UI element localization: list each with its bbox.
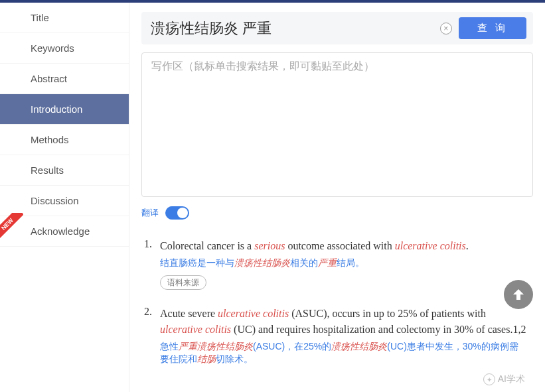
clear-icon[interactable]: ×: [440, 23, 452, 34]
arrow-up-icon: [510, 287, 526, 302]
search-row: × 查 询: [141, 12, 533, 44]
result-number: 1.: [144, 238, 160, 290]
wechat-icon: ✦: [483, 373, 495, 385]
result-item[interactable]: 1. Colorectal cancer is a serious outcom…: [144, 238, 526, 290]
write-area[interactable]: 写作区（鼠标单击搜索结果，即可黏贴至此处）: [141, 52, 533, 197]
translate-toggle[interactable]: [165, 206, 189, 220]
new-badge: NEW: [0, 213, 23, 239]
sidebar-item-abstract[interactable]: Abstract: [0, 64, 129, 94]
main-panel: × 查 询 写作区（鼠标单击搜索结果，即可黏贴至此处） 翻译 1. Colore…: [129, 3, 545, 392]
container: Title Keywords Abstract Introduction Met…: [0, 3, 545, 392]
watermark: ✦ AI学术: [483, 373, 525, 385]
result-zh: 结直肠癌是一种与溃疡性结肠炎相关的严重结局。: [160, 257, 526, 270]
sidebar-item-methods[interactable]: Methods: [0, 125, 129, 155]
translate-label: 翻译: [141, 207, 159, 219]
result-en: Colorectal cancer is a serious outcome a…: [160, 238, 526, 254]
results-list: 1. Colorectal cancer is a serious outcom…: [141, 238, 533, 366]
result-en: Acute severe ulcerative colitis (ASUC), …: [160, 306, 526, 338]
result-number: 2.: [144, 306, 160, 366]
source-button[interactable]: 语料来源: [160, 275, 206, 290]
search-input[interactable]: [148, 19, 433, 38]
sidebar-item-title[interactable]: Title: [0, 3, 129, 33]
sidebar-item-keywords[interactable]: Keywords: [0, 33, 129, 64]
sidebar-item-discussion[interactable]: Discussion: [0, 186, 129, 216]
toggle-knob: [177, 208, 188, 218]
result-body: Colorectal cancer is a serious outcome a…: [160, 238, 526, 290]
query-button[interactable]: 查 询: [459, 17, 526, 39]
scroll-top-button[interactable]: [504, 280, 533, 309]
result-zh: 急性严重溃疡性结肠炎(ASUC)，在25%的溃疡性结肠炎(UC)患者中发生，30…: [160, 340, 526, 366]
sidebar-item-introduction[interactable]: Introduction: [0, 94, 129, 125]
sidebar: Title Keywords Abstract Introduction Met…: [0, 3, 129, 392]
sidebar-item-acknowledge[interactable]: Acknowledge NEW: [0, 216, 129, 247]
sidebar-item-results[interactable]: Results: [0, 155, 129, 186]
translate-row: 翻译: [141, 206, 533, 220]
result-item[interactable]: 2. Acute severe ulcerative colitis (ASUC…: [144, 306, 526, 366]
result-body: Acute severe ulcerative colitis (ASUC), …: [160, 306, 526, 366]
